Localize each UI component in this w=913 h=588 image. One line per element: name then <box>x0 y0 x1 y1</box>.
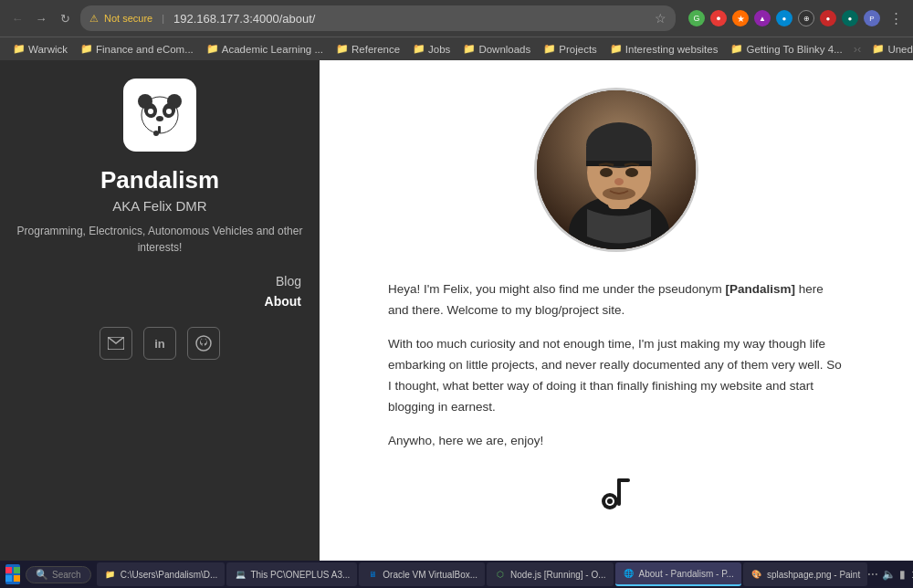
security-label: Not secure <box>104 13 152 24</box>
profile-image <box>534 88 698 252</box>
sidebar-nav: Blog About <box>9 274 310 314</box>
extension-icon-1[interactable]: G <box>688 10 705 26</box>
svg-rect-31 <box>14 567 20 573</box>
browser-actions: G ● ★ ▲ ● ⊕ ● ● P ⋮ <box>688 8 906 28</box>
menu-button[interactable]: ⋮ <box>886 8 906 28</box>
extension-icon-6[interactable]: ⊕ <box>798 10 814 26</box>
sidebar-logo <box>123 79 196 152</box>
reload-button[interactable]: ↻ <box>55 8 75 28</box>
svg-rect-33 <box>14 575 20 582</box>
start-button[interactable] <box>5 564 20 584</box>
wifi-icon[interactable]: ⋅⋅⋅ <box>867 568 878 581</box>
svg-rect-29 <box>617 478 630 482</box>
taskbar-item-label: C:\Users\Pandalism\D... <box>121 570 218 580</box>
email-icon <box>108 337 124 350</box>
svg-point-7 <box>166 109 172 114</box>
taskbar-item-label: splashpage.png - Paint <box>767 570 860 580</box>
profile-icon[interactable]: P <box>864 10 880 26</box>
bookmark-finance[interactable]: Finance and eCom... <box>75 41 199 57</box>
forward-button[interactable]: → <box>31 8 51 28</box>
taskbar-right: ⋅⋅⋅ 🔈 ▮ 18:53 <box>867 568 913 581</box>
bookmarks-bar: Warwick Finance and eCom... Academic Lea… <box>0 37 913 60</box>
volume-icon[interactable]: 🔈 <box>882 568 896 581</box>
about-text-block: Heya! I'm Felix, you might also find me … <box>388 279 845 465</box>
taskbar-item-label: About - Pandalism - P... <box>639 569 734 579</box>
svg-point-10 <box>153 131 159 136</box>
virtualbox-icon: 🖥 <box>366 568 379 581</box>
extension-icon-4[interactable]: ▲ <box>754 10 771 26</box>
svg-rect-28 <box>617 478 621 506</box>
sidebar-title: Pandalism <box>100 166 219 194</box>
svg-point-6 <box>148 109 153 114</box>
bookmark-interesting[interactable]: Interesting websites <box>604 41 724 57</box>
nav-about[interactable]: About <box>9 294 301 309</box>
about-paragraph-2: With too much curiosity and not enough t… <box>388 334 845 418</box>
bookmark-uneddit[interactable]: Uneddit <box>866 41 913 57</box>
nav-blog[interactable]: Blog <box>9 274 301 289</box>
back-button[interactable]: ← <box>7 8 27 28</box>
social-linkedin-button[interactable]: in <box>143 327 176 360</box>
svg-point-27 <box>607 499 613 504</box>
taskbar-item-label: Oracle VM VirtualBox... <box>383 570 477 580</box>
extension-icon-8[interactable]: ● <box>842 10 858 26</box>
system-tray-icons: ⋅⋅⋅ 🔈 ▮ <box>867 568 906 581</box>
taskbar-search[interactable]: 🔍 Search <box>26 566 91 583</box>
bookmark-warwick[interactable]: Warwick <box>7 41 73 57</box>
security-icon: ⚠ <box>89 13 99 25</box>
about-paragraph-1: Heya! I'm Felix, you might also find me … <box>388 279 845 321</box>
nodejs-icon: ⬡ <box>494 568 507 581</box>
sidebar-subtitle: AKA Felix DMR <box>112 198 206 214</box>
sidebar: Pandalism AKA Felix DMR Programming, Ele… <box>0 60 320 581</box>
about-paragraph-3: Anywho, here we are, enjoy! <box>388 431 845 452</box>
profile-photo-placeholder <box>537 90 696 249</box>
extension-icon-5[interactable]: ● <box>776 10 792 26</box>
folder-icon: 📁 <box>104 568 117 581</box>
address-input[interactable] <box>173 12 649 26</box>
taskbar-item-paint[interactable]: 🎨 splashpage.png - Paint <box>743 562 867 586</box>
taskbar-item-virtualbox[interactable]: 🖥 Oracle VM VirtualBox... <box>359 562 485 586</box>
battery-icon: ▮ <box>899 568 906 581</box>
social-email-button[interactable] <box>100 327 132 360</box>
svg-point-22 <box>625 168 638 177</box>
svg-point-12 <box>196 336 211 351</box>
taskbar-search-label: Search <box>52 570 81 580</box>
pandalism-logo-icon <box>132 88 187 142</box>
svg-point-8 <box>156 116 163 121</box>
nav-buttons: ← → ↻ <box>7 8 75 28</box>
page-content: Pandalism AKA Felix DMR Programming, Ele… <box>0 60 913 581</box>
taskbar-item-label: This PC\ONEPLUS A3... <box>250 570 350 580</box>
windows-icon <box>5 567 20 582</box>
pandalism-logo-small-icon <box>593 474 639 520</box>
sidebar-social: in <box>100 327 220 360</box>
extension-icon-2[interactable]: ● <box>710 10 727 26</box>
taskbar-item-nodejs[interactable]: ⬡ Node.js [Running] - O... <box>487 562 614 586</box>
extension-icon-3[interactable]: ★ <box>732 10 749 26</box>
linkedin-icon: in <box>154 337 165 351</box>
bookmark-star-icon[interactable]: ☆ <box>655 11 666 26</box>
computer-icon: 💻 <box>234 568 247 581</box>
sidebar-description: Programming, Electronics, Autonomous Veh… <box>9 223 310 256</box>
taskbar-item-label: Node.js [Running] - O... <box>510 570 606 580</box>
taskbar-item-explorer[interactable]: 📁 C:\Users\Pandalism\D... <box>97 562 226 586</box>
svg-point-24 <box>603 187 635 200</box>
social-github-button[interactable] <box>187 327 220 360</box>
taskbar: 🔍 Search 📁 C:\Users\Pandalism\D... 💻 Thi… <box>0 561 913 588</box>
bookmark-jobs[interactable]: Jobs <box>407 41 456 57</box>
bookmark-academic[interactable]: Academic Learning ... <box>201 41 329 57</box>
paint-icon: 🎨 <box>750 568 763 581</box>
browser-icon: 🌐 <box>623 567 635 580</box>
bookmark-projects[interactable]: Projects <box>538 41 603 57</box>
svg-rect-32 <box>5 575 12 582</box>
pandalism-logo-small-container <box>593 474 639 522</box>
address-bar-container[interactable]: ⚠ Not secure | ☆ <box>80 5 676 31</box>
github-icon <box>195 335 212 352</box>
bookmark-downloads[interactable]: Downloads <box>457 41 536 57</box>
extension-icon-7[interactable]: ● <box>820 10 836 26</box>
bookmark-reference[interactable]: Reference <box>331 41 405 57</box>
profile-svg <box>537 90 698 252</box>
svg-rect-30 <box>5 567 12 573</box>
taskbar-item-computer[interactable]: 💻 This PC\ONEPLUS A3... <box>226 562 357 586</box>
taskbar-item-browser[interactable]: 🌐 About - Pandalism - P... <box>615 562 741 586</box>
bookmark-blinky[interactable]: Getting To Blinky 4... <box>725 41 847 57</box>
browser-toolbar: ← → ↻ ⚠ Not secure | ☆ G ● ★ ▲ ● ⊕ ● ● P… <box>0 0 913 37</box>
